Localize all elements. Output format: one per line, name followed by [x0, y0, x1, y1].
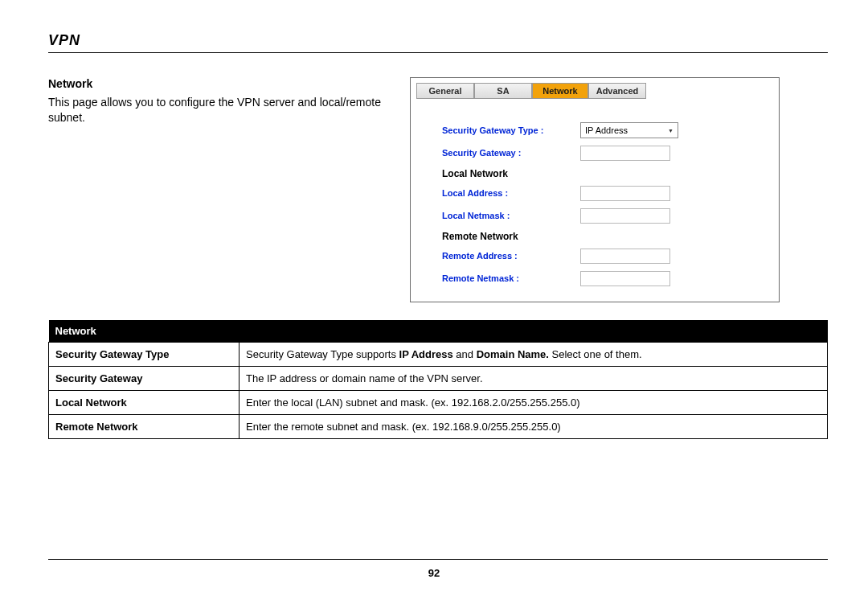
table-row: Remote Network Enter the remote subnet a… — [49, 415, 828, 439]
table-row: Security Gateway The IP address or domai… — [49, 367, 828, 391]
tab-general[interactable]: General — [416, 83, 474, 99]
param-table-header: Network — [49, 320, 828, 343]
label-local-address: Local Address : — [442, 188, 580, 198]
input-remote-netmask[interactable] — [580, 271, 670, 286]
table-row: Local Network Enter the local (LAN) subn… — [49, 391, 828, 415]
input-local-address[interactable] — [580, 186, 670, 201]
heading-local-network: Local Network — [442, 168, 752, 179]
heading-remote-network: Remote Network — [442, 231, 752, 242]
label-security-gateway: Security Gateway : — [442, 148, 580, 158]
tab-network[interactable]: Network — [532, 83, 588, 99]
param-name: Remote Network — [49, 415, 240, 439]
input-security-gateway[interactable] — [580, 146, 670, 161]
page-number: 92 — [0, 567, 868, 579]
top-rule — [48, 52, 828, 53]
page-title: VPN — [48, 32, 828, 49]
intro-heading: Network — [48, 77, 394, 90]
tab-advanced[interactable]: Advanced — [588, 83, 646, 99]
param-desc: Security Gateway Type supports IP Addres… — [240, 343, 828, 367]
input-remote-address[interactable] — [580, 249, 670, 264]
param-desc: Enter the remote subnet and mask. (ex. 1… — [240, 415, 828, 439]
intro-block: Network This page allows you to configur… — [48, 77, 394, 125]
select-security-gateway-type[interactable]: IP Address ▼ — [580, 122, 678, 138]
label-remote-address: Remote Address : — [442, 251, 580, 261]
input-local-netmask[interactable] — [580, 208, 670, 224]
select-value: IP Address — [585, 125, 628, 135]
table-row: Security Gateway Type Security Gateway T… — [49, 343, 828, 367]
label-remote-netmask: Remote Netmask : — [442, 273, 580, 283]
bottom-rule — [48, 559, 828, 560]
param-name: Security Gateway — [49, 367, 240, 391]
tab-bar: General SA Network Advanced — [416, 83, 773, 99]
config-screenshot: General SA Network Advanced Security Gat… — [410, 77, 780, 302]
label-security-gateway-type: Security Gateway Type : — [442, 125, 580, 135]
tab-sa[interactable]: SA — [474, 83, 532, 99]
param-name: Security Gateway Type — [49, 343, 240, 367]
chevron-down-icon: ▼ — [668, 128, 674, 134]
label-local-netmask: Local Netmask : — [442, 211, 580, 220]
param-name: Local Network — [49, 391, 240, 415]
param-desc: Enter the local (LAN) subnet and mask. (… — [240, 391, 828, 415]
param-desc: The IP address or domain name of the VPN… — [240, 367, 828, 391]
intro-text: This page allows you to configure the VP… — [48, 95, 394, 125]
param-table: Network Security Gateway Type Security G… — [48, 320, 828, 439]
